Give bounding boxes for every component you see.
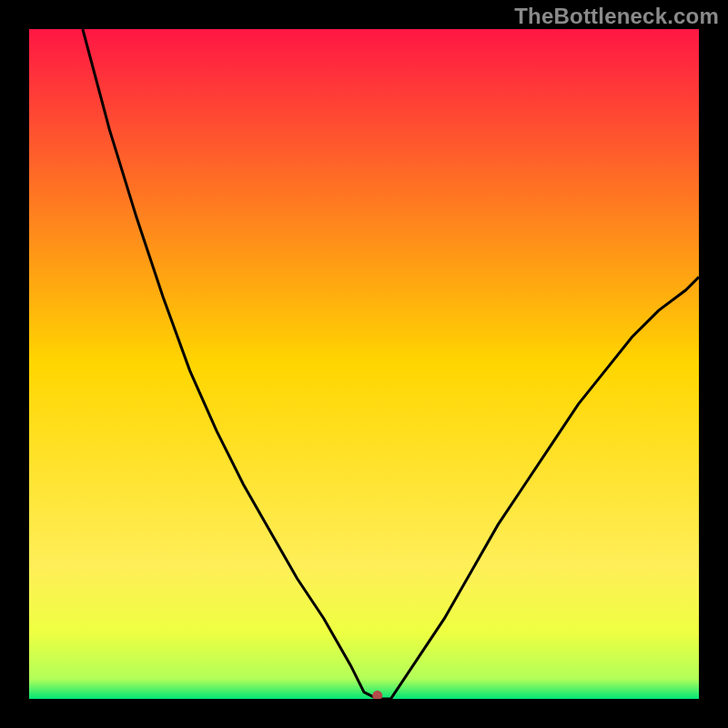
chart-svg — [29, 29, 699, 699]
watermark-text: TheBottleneck.com — [514, 4, 719, 29]
chart-stage: TheBottleneck.com — [0, 0, 728, 728]
gradient-background — [29, 29, 699, 699]
plot-area — [29, 29, 699, 699]
